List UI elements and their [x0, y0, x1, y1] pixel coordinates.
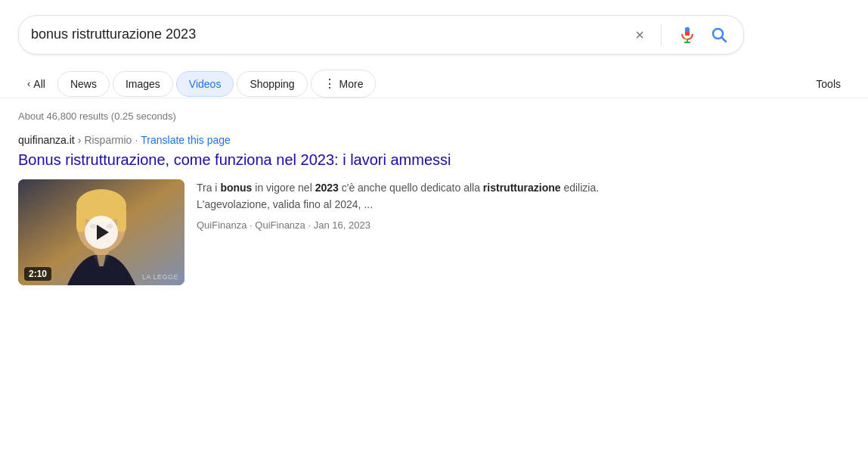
clear-search-button[interactable]: × [632, 23, 647, 47]
svg-rect-12 [76, 206, 85, 232]
video-duration: 2:10 [24, 267, 51, 281]
tabs-bar: ‹ All News Images Videos Shopping ⋮ More… [0, 64, 868, 98]
snippet-source: QuiFinanza · QuiFinanza · Jan 16, 2023 [197, 219, 602, 231]
tab-news-label: News [70, 78, 97, 90]
tab-images[interactable]: Images [113, 71, 173, 97]
source-name-repeat: QuiFinanza [255, 219, 305, 231]
search-bar-container: bonus ristrutturazione 2023 × [0, 0, 868, 64]
svg-line-6 [722, 38, 727, 42]
search-submit-icon [710, 26, 728, 44]
play-triangle-icon [97, 225, 109, 240]
results-stats: About 46,800 results (0.25 seconds) [0, 98, 868, 128]
source-name: QuiFinanza [197, 219, 246, 231]
search-input[interactable]: bonus ristrutturazione 2023 [31, 25, 625, 44]
result-title[interactable]: Bonus ristrutturazione, come funziona ne… [18, 149, 602, 170]
tab-more-label: More [339, 78, 364, 90]
result-content-row: 2:10 LA LEGGE Tra i bonus in vigore nel … [18, 179, 602, 285]
tab-images-label: Images [126, 78, 160, 90]
tab-all-label: All [33, 78, 45, 90]
svg-rect-13 [117, 206, 126, 232]
result-date: Jan 16, 2023 [314, 219, 370, 231]
back-arrow-icon: ‹ [27, 78, 30, 89]
video-watermark: LA LEGGE [142, 273, 178, 281]
microphone-icon [678, 26, 696, 44]
tab-videos[interactable]: Videos [176, 71, 234, 97]
snippet-text: Tra i bonus in vigore nel 2023 c'è anche… [197, 179, 602, 213]
result-breadcrumb: quifinanza.it › Risparmio · Translate th… [18, 134, 602, 146]
search-submit-button[interactable] [707, 23, 731, 47]
tools-label: Tools [816, 78, 841, 90]
tab-videos-label: Videos [189, 78, 222, 90]
breadcrumb-path: Risparmio [84, 134, 132, 146]
source-dot-sep2: · [308, 219, 313, 231]
stats-text: About 46,800 results (0.25 seconds) [18, 110, 176, 122]
tab-more[interactable]: ⋮ More [311, 70, 377, 98]
breadcrumb-separator: › [78, 134, 82, 146]
search-divider [661, 24, 662, 45]
voice-search-button[interactable] [675, 23, 699, 47]
breadcrumb-dot-separator: · [135, 134, 138, 146]
svg-rect-4 [685, 32, 690, 36]
tab-shopping-label: Shopping [250, 78, 294, 90]
snippet-area: Tra i bonus in vigore nel 2023 c'è anche… [197, 179, 602, 231]
result-item: quifinanza.it › Risparmio · Translate th… [0, 128, 620, 297]
tab-all[interactable]: ‹ All [18, 72, 54, 96]
video-thumbnail[interactable]: 2:10 LA LEGGE [18, 179, 184, 285]
tab-news[interactable]: News [57, 71, 110, 97]
svg-rect-3 [685, 27, 690, 32]
result-site: quifinanza.it [18, 134, 75, 146]
tools-button[interactable]: Tools [807, 72, 850, 96]
three-dots-icon: ⋮ [324, 76, 336, 91]
video-play-button[interactable] [85, 216, 118, 249]
translate-link[interactable]: Translate this page [141, 134, 231, 146]
tab-shopping[interactable]: Shopping [237, 71, 307, 97]
search-bar: bonus ristrutturazione 2023 × [18, 15, 744, 54]
